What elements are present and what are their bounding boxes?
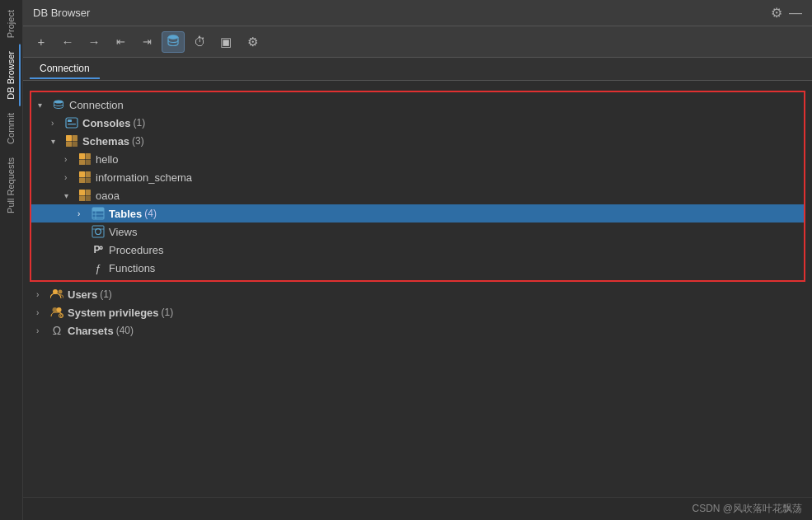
charsets-label: Charsets [68, 325, 114, 337]
refresh-button[interactable]: ⏱ [188, 31, 211, 53]
procedures-label: Procedures [109, 244, 163, 256]
system-privileges-icon: 0 [49, 306, 64, 319]
svg-rect-6 [73, 135, 78, 141]
svg-rect-13 [79, 171, 85, 177]
tables-icon [91, 207, 106, 220]
chevron-schemas [51, 137, 63, 146]
tree-item-charsets[interactable]: Ω Charsets (40) [30, 321, 812, 340]
tree-item-information-schema[interactable]: information_schema [31, 168, 804, 186]
sidebar-item-project[interactable]: Project [2, 3, 21, 45]
functions-icon: ƒ [91, 261, 106, 274]
toolbar-settings-button[interactable]: ⚙ [241, 31, 264, 53]
collapse-all-button[interactable]: ⇤ [109, 31, 132, 53]
db-browser-tab-label: DB Browser [6, 51, 16, 100]
chevron-hello [64, 155, 76, 164]
svg-rect-20 [86, 196, 92, 202]
tree-item-hello[interactable]: hello [31, 150, 804, 168]
views-icon [91, 225, 106, 238]
functions-label: Functions [109, 262, 155, 274]
charsets-icon: Ω [49, 324, 64, 337]
refresh-icon: ⏱ [194, 35, 206, 49]
hello-label: hello [96, 153, 118, 166]
minimize-icon[interactable]: — [789, 7, 802, 20]
procedures-icon: Pᵒ [91, 243, 106, 256]
schemas-icon [64, 134, 79, 148]
consoles-label: Consoles [82, 117, 131, 129]
commit-tab-label: Commit [6, 113, 16, 144]
tree-panel: Connection Consoles (1) [23, 81, 812, 497]
tab-connection-label: Connection [40, 63, 90, 74]
views-label: Views [109, 226, 137, 238]
svg-rect-12 [86, 160, 92, 166]
svg-rect-14 [86, 171, 92, 177]
svg-rect-9 [79, 153, 85, 159]
title-bar-actions: ⚙ — [771, 7, 802, 20]
expand-all-button[interactable]: ⇥ [135, 31, 158, 53]
tab-connection[interactable]: Connection [30, 59, 100, 79]
svg-point-0 [168, 35, 178, 40]
tree-item-consoles[interactable]: Consoles (1) [31, 114, 804, 132]
svg-rect-4 [68, 124, 76, 124]
svg-rect-26 [92, 208, 104, 211]
tree-item-system-privileges[interactable]: 0 System privileges (1) [30, 303, 812, 321]
sidebar-item-db-browser[interactable]: DB Browser [2, 45, 21, 106]
svg-rect-10 [86, 153, 92, 159]
system-privileges-label: System privileges [68, 307, 159, 319]
back-icon: ← [62, 35, 74, 49]
svg-point-28 [96, 229, 101, 235]
tree-bordered-section: Connection Consoles (1) [30, 91, 805, 282]
db-icon [51, 98, 66, 111]
svg-point-1 [54, 101, 63, 104]
svg-rect-5 [66, 135, 72, 141]
tab-bar: Connection [23, 58, 812, 81]
tree-item-connection[interactable]: Connection [31, 96, 804, 114]
hello-schema-icon [77, 152, 92, 166]
chevron-consoles [51, 119, 63, 128]
svg-point-33 [57, 307, 62, 312]
toolbar: + ← → ⇤ ⇥ ⏱ ▣ [23, 26, 812, 58]
expand-all-icon: ⇥ [143, 35, 152, 48]
pull-requests-tab-label: Pull Requests [6, 157, 16, 213]
oaoa-schema-icon [77, 189, 92, 202]
svg-rect-27 [92, 226, 104, 237]
tree-item-users[interactable]: Users (1) [30, 285, 812, 303]
db-connect-icon [167, 34, 180, 49]
svg-point-31 [59, 290, 63, 294]
tree-item-procedures[interactable]: Pᵒ Procedures [31, 241, 804, 259]
tree-item-oaoa[interactable]: oaoa [31, 186, 804, 204]
schemas-label: Schemas [82, 135, 129, 148]
charsets-count: (40) [116, 325, 134, 336]
tree-item-tables[interactable]: Tables (4) [31, 204, 804, 223]
svg-rect-2 [66, 118, 77, 128]
add-button[interactable]: + [30, 31, 53, 53]
content-area: Connection Connection [23, 58, 812, 497]
tables-label: Tables [109, 208, 142, 220]
svg-rect-17 [79, 190, 85, 195]
tree-item-schemas[interactable]: Schemas (3) [31, 132, 804, 150]
svg-rect-15 [79, 178, 85, 184]
svg-rect-19 [79, 196, 85, 202]
chevron-oaoa [64, 191, 76, 200]
tree-item-functions[interactable]: ƒ Functions [31, 259, 804, 277]
forward-button[interactable]: → [82, 31, 106, 53]
schema-filter-button[interactable]: ▣ [214, 31, 237, 53]
system-privileges-count: (1) [162, 307, 174, 318]
sidebar-item-commit[interactable]: Commit [2, 106, 21, 151]
window-title: DB Browser [33, 7, 90, 19]
svg-rect-7 [66, 142, 72, 148]
settings-icon[interactable]: ⚙ [771, 7, 782, 20]
sidebar-item-pull-requests[interactable]: Pull Requests [2, 151, 21, 220]
tables-count: (4) [144, 208, 157, 219]
project-tab-label: Project [6, 10, 16, 38]
chevron-users [36, 290, 48, 299]
svg-rect-11 [79, 160, 85, 166]
back-button[interactable]: ← [56, 31, 79, 53]
consoles-count: (1) [134, 117, 146, 129]
users-count: (1) [100, 288, 112, 300]
db-connect-button[interactable] [162, 31, 185, 53]
title-bar: DB Browser ⚙ — [23, 0, 812, 26]
chevron-information-schema [64, 173, 76, 182]
information-schema-label: information_schema [96, 171, 192, 184]
tree-item-views[interactable]: Views [31, 223, 804, 241]
svg-rect-16 [86, 178, 92, 184]
